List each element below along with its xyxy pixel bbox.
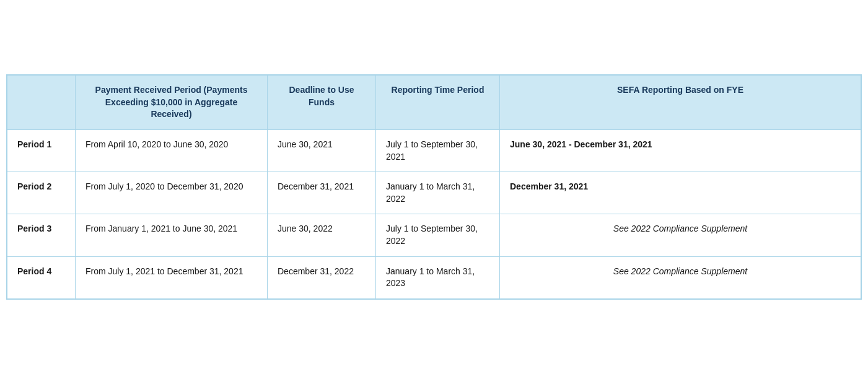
- row-1-sefa: June 30, 2021 - December 31, 2021: [500, 130, 861, 172]
- row-3-sefa: See 2022 Compliance Supplement: [500, 214, 861, 256]
- row-1-reporting: July 1 to September 30, 2021: [376, 130, 500, 172]
- header-reporting: Reporting Time Period: [376, 76, 500, 130]
- table-row: Period 4From July 1, 2021 to December 31…: [7, 256, 861, 298]
- main-table-wrapper: Payment Received Period (Payments Exceed…: [6, 74, 862, 300]
- row-4-deadline: December 31, 2022: [268, 256, 376, 298]
- row-4-reporting: January 1 to March 31, 2023: [376, 256, 500, 298]
- header-payment: Payment Received Period (Payments Exceed…: [76, 76, 268, 130]
- table-row: Period 1From April 10, 2020 to June 30, …: [7, 130, 861, 172]
- header-row: Payment Received Period (Payments Exceed…: [7, 76, 861, 130]
- row-1-deadline: June 30, 2021: [268, 130, 376, 172]
- row-4-payment: From July 1, 2021 to December 31, 2021: [76, 256, 268, 298]
- row-2-sefa: December 31, 2021: [500, 172, 861, 214]
- header-sefa: SEFA Reporting Based on FYE: [500, 76, 861, 130]
- row-1-payment: From April 10, 2020 to June 30, 2020: [76, 130, 268, 172]
- row-2-reporting: January 1 to March 31, 2022: [376, 172, 500, 214]
- row-3-period: Period 3: [7, 214, 76, 256]
- row-2-payment: From July 1, 2020 to December 31, 2020: [76, 172, 268, 214]
- row-3-reporting: July 1 to September 30, 2022: [376, 214, 500, 256]
- header-period: [7, 76, 76, 130]
- row-2-period: Period 2: [7, 172, 76, 214]
- table-row: Period 2From July 1, 2020 to December 31…: [7, 172, 861, 214]
- row-3-payment: From January 1, 2021 to June 30, 2021: [76, 214, 268, 256]
- row-1-period: Period 1: [7, 130, 76, 172]
- row-2-deadline: December 31, 2021: [268, 172, 376, 214]
- row-4-sefa: See 2022 Compliance Supplement: [500, 256, 861, 298]
- row-4-period: Period 4: [7, 256, 76, 298]
- table-row: Period 3From January 1, 2021 to June 30,…: [7, 214, 861, 256]
- reporting-table: Payment Received Period (Payments Exceed…: [7, 75, 861, 299]
- header-deadline: Deadline to Use Funds: [268, 76, 376, 130]
- row-3-deadline: June 30, 2022: [268, 214, 376, 256]
